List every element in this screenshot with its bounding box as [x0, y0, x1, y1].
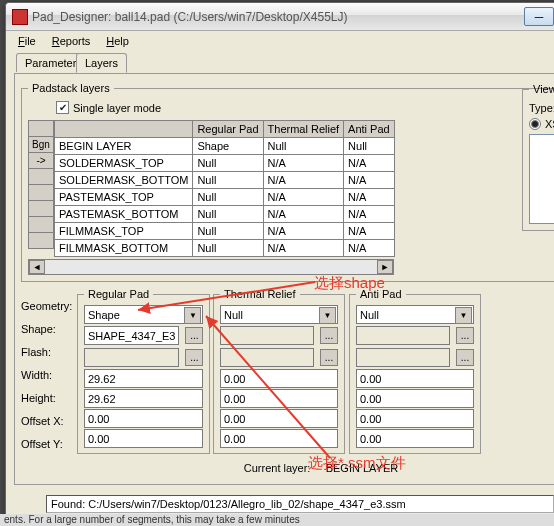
padstack-layers-group: Padstack layers ✔ Single layer mode Bgn … [21, 82, 554, 282]
anti-flash-input [356, 348, 450, 367]
regular-shape-browse-button[interactable]: ... [185, 327, 203, 344]
thermal-offy-input[interactable]: 0.00 [220, 429, 338, 448]
anti-shape-input [356, 326, 450, 345]
scroll-right-icon[interactable]: ► [377, 260, 393, 274]
regular-shape-input[interactable]: SHAPE_4347_E3 [84, 326, 179, 345]
views-group: Views Type: Single XSection Top [522, 83, 554, 231]
thermal-width-input[interactable]: 0.00 [220, 369, 338, 388]
padstack-legend: Padstack layers [28, 82, 114, 94]
label-width: Width: [21, 365, 73, 384]
label-shape: Shape: [21, 319, 73, 338]
menu-file[interactable]: File [12, 33, 42, 49]
regular-flash-input [84, 348, 179, 367]
table-row: SOLDERMASK_TOPNullN/AN/A [55, 155, 395, 172]
views-type-label: Type: [529, 102, 554, 114]
anti-offx-input[interactable]: 0.00 [356, 409, 474, 428]
single-layer-checkbox[interactable]: ✔ [56, 101, 69, 114]
row-header-arrow[interactable]: -> [28, 152, 54, 169]
table-row: FILMMASK_BOTTOMNullN/AN/A [55, 240, 395, 257]
label-offx: Offset X: [21, 411, 73, 430]
anti-pad-group: Anti Pad Null ... ... 0.00 0.00 0.00 0.0… [349, 288, 481, 454]
menu-help[interactable]: Help [100, 33, 135, 49]
single-layer-label: Single layer mode [73, 102, 161, 114]
anti-shape-browse-button[interactable]: ... [456, 327, 474, 344]
thermal-geometry-select[interactable]: Null [220, 305, 338, 324]
xsection-radio[interactable] [529, 118, 541, 130]
preview-panel [529, 134, 554, 224]
thermal-shape-browse-button[interactable]: ... [320, 327, 338, 344]
thermal-shape-input [220, 326, 314, 345]
thermal-offx-input[interactable]: 0.00 [220, 409, 338, 428]
regular-offx-input[interactable]: 0.00 [84, 409, 203, 428]
thermal-flash-browse-button[interactable]: ... [320, 349, 338, 366]
tab-layers-page: Padstack layers ✔ Single layer mode Bgn … [14, 73, 554, 485]
app-icon [12, 9, 28, 25]
label-offy: Offset Y: [21, 434, 73, 453]
regular-height-input[interactable]: 29.62 [84, 389, 203, 408]
titlebar[interactable]: Pad_Designer: ball14.pad (C:/Users/win7/… [6, 3, 554, 31]
table-row: BEGIN LAYERShapeNullNull [55, 138, 395, 155]
table-row: PASTEMASK_TOPNullN/AN/A [55, 189, 395, 206]
col-anti[interactable]: Anti Pad [344, 121, 395, 138]
field-labels: Geometry: Shape: Flash: Width: Height: O… [21, 286, 73, 453]
thermal-flash-input [220, 348, 314, 367]
footer-text: ents. For a large number of segments, th… [0, 514, 554, 526]
views-legend: Views [529, 83, 554, 95]
label-geometry: Geometry: [21, 296, 73, 315]
tab-layers[interactable]: Layers [76, 53, 127, 73]
layers-table: Regular Pad Thermal Relief Anti Pad BEGI… [54, 120, 395, 257]
row-header[interactable] [28, 200, 54, 217]
tabstrip: Parameters Layers [14, 53, 554, 73]
label-height: Height: [21, 388, 73, 407]
anti-legend: Anti Pad [356, 288, 406, 300]
status-bar: Found: C:/Users/win7/Desktop/0123/Allegr… [46, 495, 554, 513]
row-header-bgn[interactable]: Bgn [28, 136, 54, 153]
anti-height-input[interactable]: 0.00 [356, 389, 474, 408]
current-layer-value: BEGIN LAYER [326, 462, 399, 474]
anti-offy-input[interactable]: 0.00 [356, 429, 474, 448]
row-header[interactable] [28, 168, 54, 185]
row-header-blank [28, 120, 54, 137]
regular-geometry-select[interactable]: Shape [84, 305, 203, 324]
table-hscroll[interactable]: ◄ ► [28, 259, 394, 275]
regular-pad-group: Regular Pad Shape SHAPE_4347_E3... ... 2… [77, 288, 210, 454]
anti-width-input[interactable]: 0.00 [356, 369, 474, 388]
thermal-height-input[interactable]: 0.00 [220, 389, 338, 408]
menu-reports[interactable]: Reports [46, 33, 97, 49]
label-flash: Flash: [21, 342, 73, 361]
regular-flash-browse-button[interactable]: ... [185, 349, 203, 366]
thermal-relief-group: Thermal Relief Null ... ... 0.00 0.00 0.… [213, 288, 345, 454]
row-header[interactable] [28, 184, 54, 201]
thermal-legend: Thermal Relief [220, 288, 300, 300]
regular-width-input[interactable]: 29.62 [84, 369, 203, 388]
table-row: PASTEMASK_BOTTOMNullN/AN/A [55, 206, 395, 223]
anti-geometry-select[interactable]: Null [356, 305, 474, 324]
regular-offy-input[interactable]: 0.00 [84, 429, 203, 448]
xsection-label: XSection [545, 118, 554, 130]
col-regular[interactable]: Regular Pad [193, 121, 263, 138]
row-headers: Bgn -> [28, 120, 54, 257]
col-layer[interactable] [55, 121, 193, 138]
minimize-button[interactable]: ─ [524, 7, 554, 26]
table-row: FILMMASK_TOPNullN/AN/A [55, 223, 395, 240]
current-layer-label: Current layer: [244, 462, 311, 474]
regular-legend: Regular Pad [84, 288, 153, 300]
scroll-left-icon[interactable]: ◄ [29, 260, 45, 274]
menubar: File Reports Help [6, 31, 554, 51]
col-thermal[interactable]: Thermal Relief [263, 121, 344, 138]
table-row: SOLDERMASK_BOTTOMNullN/AN/A [55, 172, 395, 189]
window-title: Pad_Designer: ball14.pad (C:/Users/win7/… [32, 10, 523, 24]
anti-flash-browse-button[interactable]: ... [456, 349, 474, 366]
row-header[interactable] [28, 216, 54, 233]
row-header[interactable] [28, 232, 54, 249]
current-layer-row: Current layer: BEGIN LAYER [21, 458, 554, 478]
app-window: Pad_Designer: ball14.pad (C:/Users/win7/… [5, 2, 554, 522]
